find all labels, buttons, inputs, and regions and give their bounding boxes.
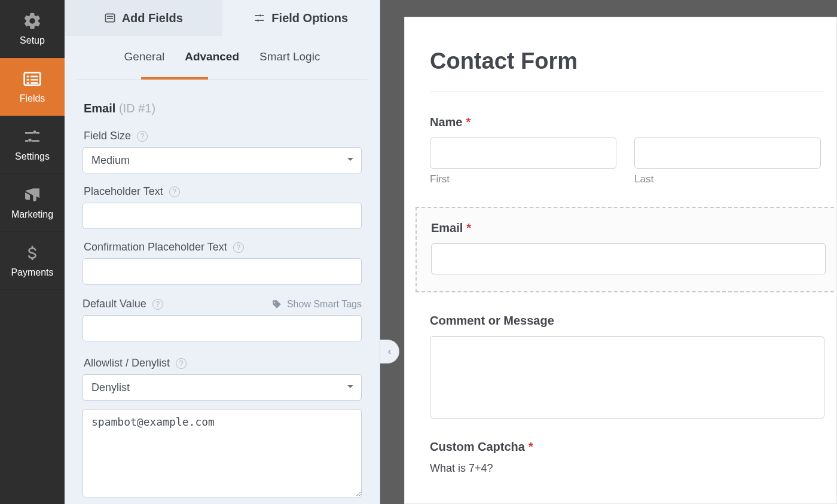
help-icon[interactable]: ?	[233, 242, 244, 253]
email-label: Email*	[431, 221, 824, 235]
left-rail: Setup Fields Settings Marketing Payments	[0, 0, 65, 504]
field-size-select[interactable]: Medium	[83, 147, 362, 173]
allowlist-textarea[interactable]: spambot@example.com	[83, 409, 362, 497]
tab-add-fields-label: Add Fields	[122, 11, 183, 25]
help-icon[interactable]: ?	[152, 299, 163, 310]
name-field-block[interactable]: Name* First Last	[430, 115, 836, 185]
help-icon[interactable]: ?	[137, 131, 148, 142]
rail-fields-label: Fields	[20, 93, 45, 104]
bullhorn-icon	[23, 185, 42, 204]
name-label: Name*	[430, 115, 836, 129]
placeholder-input[interactable]	[83, 203, 362, 229]
rail-settings-label: Settings	[15, 151, 50, 162]
gear-icon	[23, 11, 42, 30]
required-asterisk: *	[466, 221, 471, 234]
comment-textarea[interactable]	[430, 336, 824, 419]
first-name-input[interactable]	[430, 138, 616, 169]
last-name-sublabel: Last	[634, 173, 821, 185]
captcha-question: What is 7+4?	[430, 462, 836, 475]
tag-icon	[271, 299, 282, 310]
sliders-icon	[23, 127, 42, 146]
svg-rect-9	[107, 18, 113, 19]
placeholder-label: Placeholder Text ?	[84, 185, 362, 198]
first-name-sublabel: First	[430, 173, 616, 185]
show-smart-tags[interactable]: Show Smart Tags	[271, 299, 362, 310]
list-icon	[23, 69, 42, 88]
svg-rect-6	[30, 82, 38, 84]
rail-fields[interactable]: Fields	[0, 58, 65, 116]
svg-rect-2	[30, 76, 38, 78]
tab-field-options[interactable]: Field Options	[222, 0, 380, 36]
default-value-input[interactable]	[83, 315, 362, 341]
tab-field-options-label: Field Options	[271, 11, 348, 25]
dollar-icon	[23, 243, 42, 262]
confirm-placeholder-label: Confirmation Placeholder Text ?	[84, 241, 362, 253]
form-preview-card: Contact Form Name* First Last	[404, 17, 837, 504]
required-asterisk: *	[466, 115, 471, 129]
confirm-placeholder-input[interactable]	[83, 258, 362, 285]
name-label-text: Name	[430, 115, 462, 129]
allowlist-label: Allowlist / Denylist ?	[84, 357, 362, 369]
captcha-field-block[interactable]: Custom Captcha* What is 7+4?	[430, 440, 836, 475]
subtab-general[interactable]: General	[124, 50, 165, 77]
svg-rect-5	[27, 82, 29, 84]
subtab-advanced[interactable]: Advanced	[185, 50, 239, 77]
form-icon	[104, 12, 116, 24]
comment-label: Comment or Message	[430, 314, 836, 328]
field-heading: Email (ID #1)	[84, 102, 362, 115]
field-heading-id: (ID #1)	[119, 102, 155, 115]
rail-payments-label: Payments	[11, 267, 53, 278]
captcha-label-text: Custom Captcha	[430, 440, 525, 453]
subtab-bar: General Advanced Smart Logic	[77, 47, 368, 80]
email-label-text: Email	[431, 221, 463, 234]
form-preview-pane: Contact Form Name* First Last	[380, 0, 837, 504]
required-asterisk: *	[529, 440, 533, 453]
show-smart-tags-label: Show Smart Tags	[287, 299, 362, 310]
field-heading-name: Email	[84, 102, 115, 115]
default-value-label: Default Value ?	[83, 298, 163, 310]
email-field-block-selected[interactable]: Email*	[416, 207, 837, 292]
email-input[interactable]	[431, 243, 826, 274]
divider	[430, 91, 824, 91]
svg-rect-3	[27, 79, 29, 81]
rail-marketing-label: Marketing	[11, 209, 53, 220]
tab-add-fields[interactable]: Add Fields	[65, 0, 222, 36]
last-name-input[interactable]	[634, 138, 821, 169]
allowlist-mode-select[interactable]: Denylist	[83, 374, 362, 401]
captcha-label: Custom Captcha*	[430, 440, 836, 454]
placeholder-label-text: Placeholder Text	[84, 185, 163, 198]
options-panel: Add Fields Field Options General Advance…	[65, 0, 380, 504]
confirm-placeholder-label-text: Confirmation Placeholder Text	[84, 241, 227, 253]
svg-rect-1	[27, 76, 29, 78]
svg-point-10	[259, 14, 261, 16]
svg-point-11	[257, 20, 259, 22]
advanced-options-form: Email (ID #1) Field Size ? Medium Placeh…	[65, 80, 380, 504]
help-icon[interactable]: ?	[176, 358, 187, 369]
svg-rect-4	[30, 79, 38, 81]
field-size-label-text: Field Size	[84, 130, 131, 142]
rail-marketing[interactable]: Marketing	[0, 174, 65, 232]
rail-setup-label: Setup	[20, 35, 45, 46]
rail-setup[interactable]: Setup	[0, 0, 65, 58]
svg-rect-8	[107, 16, 113, 17]
rail-payments[interactable]: Payments	[0, 232, 65, 290]
field-size-label: Field Size ?	[84, 130, 362, 142]
rail-settings[interactable]: Settings	[0, 116, 65, 174]
panel-tabs: Add Fields Field Options	[65, 0, 380, 36]
allowlist-label-text: Allowlist / Denylist	[84, 357, 170, 369]
default-value-label-text: Default Value	[83, 298, 146, 310]
comment-field-block[interactable]: Comment or Message	[430, 314, 836, 419]
help-icon[interactable]: ?	[169, 187, 180, 197]
options-sliders-icon	[253, 12, 265, 24]
subtab-smart-logic[interactable]: Smart Logic	[259, 50, 320, 77]
form-title: Contact Form	[430, 48, 836, 74]
